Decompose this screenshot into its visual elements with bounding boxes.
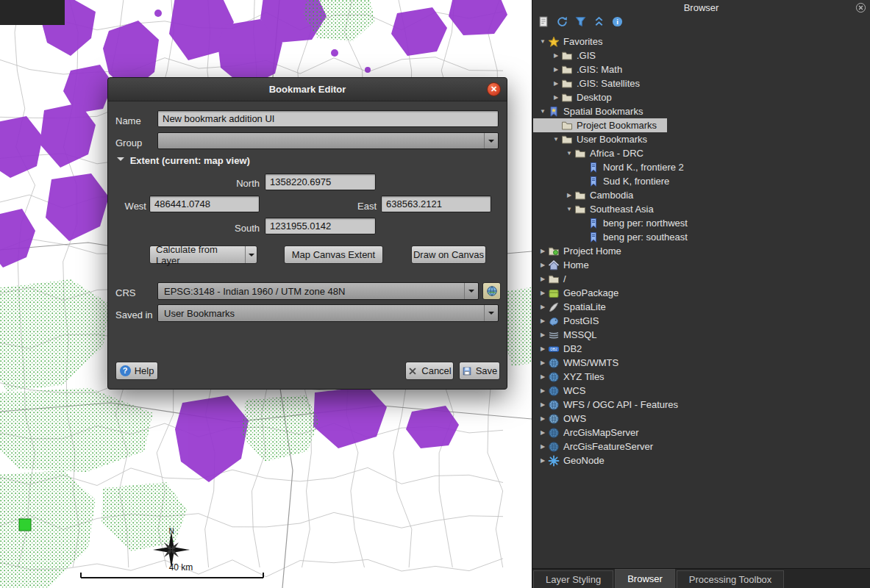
map-canvas-extent-button[interactable]: Map Canvas Extent bbox=[284, 245, 383, 264]
chevron-right-icon[interactable]: ▶ bbox=[564, 192, 574, 198]
north-input[interactable] bbox=[265, 173, 376, 190]
tree-row[interactable]: Nord K., frontiere 2 bbox=[533, 160, 694, 174]
tree-row[interactable]: Sud K, frontiere bbox=[533, 174, 680, 188]
tree-row[interactable]: ▶PostGIS bbox=[533, 314, 609, 328]
geopackage-icon bbox=[548, 287, 560, 299]
tree-row[interactable]: ▶.GIS bbox=[533, 49, 606, 62]
saved-in-select[interactable]: User Bookmarks bbox=[157, 304, 499, 322]
chevron-right-icon[interactable]: ▶ bbox=[538, 318, 548, 324]
chevron-down-icon[interactable]: ▼ bbox=[538, 38, 548, 45]
chevron-right-icon[interactable]: ▶ bbox=[538, 248, 548, 254]
chevron-right-icon[interactable]: ▶ bbox=[538, 387, 548, 394]
help-button[interactable]: ? Help bbox=[115, 362, 158, 380]
properties-icon[interactable]: i bbox=[611, 15, 624, 28]
extent-group-header[interactable]: Extent (current: map view) bbox=[117, 154, 250, 168]
scale-bar-label: 40 km bbox=[169, 562, 193, 573]
tree-row[interactable]: ▶WFS / OGC API - Features bbox=[533, 398, 688, 412]
tab-processing-toolbox[interactable]: Processing Toolbox bbox=[677, 570, 785, 588]
home-icon bbox=[548, 259, 560, 271]
tree-row[interactable]: ▼Spatial Bookmarks bbox=[533, 104, 653, 118]
tree-row[interactable]: ▶Cambodia bbox=[533, 188, 643, 202]
south-input[interactable] bbox=[265, 218, 376, 234]
tree-item-label: Desktop bbox=[577, 92, 612, 103]
tree-row[interactable]: ▶ArcGisFeatureServer bbox=[533, 440, 663, 453]
chevron-right-icon[interactable]: ▶ bbox=[538, 262, 548, 268]
tree-row[interactable]: ▶ArcGisMapServer bbox=[533, 426, 649, 440]
tree-row[interactable]: ▼User Bookmarks bbox=[533, 132, 657, 146]
db2-icon: DB2 bbox=[548, 343, 560, 355]
panel-close-icon[interactable] bbox=[855, 2, 866, 13]
tree-row[interactable]: ▶Desktop bbox=[533, 90, 622, 104]
chevron-right-icon[interactable]: ▶ bbox=[538, 304, 548, 310]
chevron-right-icon[interactable]: ▶ bbox=[538, 359, 548, 366]
chevron-down-icon[interactable] bbox=[245, 246, 257, 263]
chevron-right-icon[interactable]: ▶ bbox=[551, 52, 561, 59]
tree-row[interactable]: ▶MSSQL bbox=[533, 328, 607, 342]
tree-row[interactable]: ▶DB2DB2 bbox=[533, 342, 592, 356]
chevron-down-icon[interactable]: ▼ bbox=[538, 108, 548, 115]
tree-row[interactable]: ▼Favorites bbox=[533, 35, 613, 49]
chevron-right-icon[interactable]: ▶ bbox=[538, 401, 548, 408]
tree-row[interactable]: ▶/ bbox=[533, 272, 577, 286]
tree-row[interactable]: ▶SpatiaLite bbox=[533, 300, 616, 314]
tree-row[interactable]: ▶WCS bbox=[533, 384, 596, 398]
dialog-titlebar[interactable]: Bookmark Editor ✕ bbox=[108, 78, 507, 101]
chevron-down-icon[interactable]: ▼ bbox=[551, 136, 561, 143]
east-input[interactable] bbox=[381, 196, 491, 212]
chevron-down-icon[interactable]: ▼ bbox=[564, 206, 574, 212]
calculate-from-layer-button[interactable]: Calculate from Layer bbox=[149, 245, 257, 264]
draw-on-canvas-button[interactable]: Draw on Canvas bbox=[411, 245, 486, 264]
tree-row[interactable]: ▼Southeast Asia bbox=[533, 202, 664, 216]
tree-row[interactable]: beng per: southeast bbox=[533, 230, 698, 244]
west-input[interactable] bbox=[149, 196, 260, 212]
cancel-button[interactable]: Cancel bbox=[405, 362, 454, 380]
filter-icon[interactable] bbox=[574, 15, 587, 28]
chevron-right-icon[interactable]: ▶ bbox=[538, 373, 548, 380]
panel-title: Browser bbox=[532, 1, 870, 15]
arcgis-feature-icon bbox=[548, 441, 560, 453]
tree-row[interactable]: ▶WMS/WMTS bbox=[533, 356, 629, 370]
save-button[interactable]: Save bbox=[459, 362, 500, 380]
east-label: East bbox=[351, 200, 377, 213]
tree-item-label: Favorites bbox=[563, 36, 602, 47]
tree-row[interactable]: Project Bookmarks bbox=[533, 118, 667, 132]
chevron-right-icon[interactable]: ▶ bbox=[538, 276, 548, 282]
chevron-right-icon[interactable]: ▶ bbox=[538, 443, 548, 450]
tree-row[interactable]: ▶GeoPackage bbox=[533, 286, 629, 300]
chevron-right-icon[interactable]: ▶ bbox=[538, 429, 548, 436]
collapse-all-icon[interactable] bbox=[593, 15, 605, 28]
tree-row[interactable]: ▶OWS bbox=[533, 412, 596, 426]
folder-icon bbox=[574, 204, 586, 215]
collapse-caret-icon bbox=[117, 157, 124, 165]
crs-select[interactable]: EPSG:3148 - Indian 1960 / UTM zone 48N bbox=[157, 282, 479, 300]
tree-row[interactable]: ▼Africa - DRC bbox=[533, 146, 654, 160]
select-crs-button[interactable] bbox=[482, 282, 501, 300]
add-selection-icon[interactable] bbox=[538, 15, 550, 28]
chevron-right-icon[interactable]: ▶ bbox=[551, 80, 561, 87]
chevron-right-icon[interactable]: ▶ bbox=[538, 345, 548, 352]
help-icon: ? bbox=[120, 365, 131, 376]
chevron-right-icon[interactable]: ▶ bbox=[551, 66, 561, 73]
chevron-right-icon[interactable]: ▶ bbox=[538, 415, 548, 422]
tree-row[interactable]: ▶Home bbox=[533, 258, 599, 272]
tree-row[interactable]: ▶.GIS: Math bbox=[533, 62, 632, 76]
chevron-right-icon[interactable]: ▶ bbox=[551, 94, 561, 101]
refresh-icon[interactable] bbox=[556, 15, 568, 28]
tree-row[interactable]: ▶XYZ Tiles bbox=[533, 370, 615, 384]
tab-browser[interactable]: Browser bbox=[615, 569, 675, 588]
tree-row[interactable]: ▶GeoNode bbox=[533, 453, 615, 467]
close-icon[interactable]: ✕ bbox=[487, 82, 501, 96]
postgis-icon bbox=[548, 315, 560, 327]
chevron-right-icon[interactable]: ▶ bbox=[538, 290, 548, 296]
tree-row[interactable]: beng per: northwest bbox=[533, 216, 698, 230]
name-input[interactable] bbox=[157, 110, 499, 127]
chevron-down-icon bbox=[484, 133, 498, 148]
chevron-down-icon[interactable]: ▼ bbox=[564, 150, 574, 157]
geonode-icon bbox=[548, 455, 560, 467]
tab-layer-styling[interactable]: Layer Styling bbox=[533, 570, 613, 588]
chevron-right-icon[interactable]: ▶ bbox=[538, 331, 548, 338]
chevron-right-icon[interactable]: ▶ bbox=[538, 457, 548, 464]
tree-row[interactable]: ▶.GIS: Satellites bbox=[533, 76, 650, 90]
tree-row[interactable]: ▶Project Home bbox=[533, 244, 632, 258]
group-select[interactable] bbox=[157, 132, 499, 149]
